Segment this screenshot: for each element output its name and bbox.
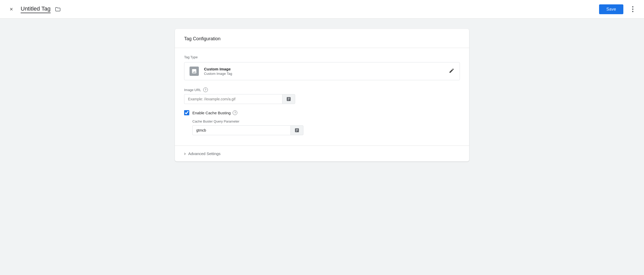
cache-buster-param-input[interactable] xyxy=(192,125,290,135)
image-url-help-icon[interactable]: ? xyxy=(203,87,208,92)
image-url-section: Image URL ? xyxy=(184,87,460,104)
page-title: Untitled Tag xyxy=(21,5,51,13)
chevron-right-icon: › xyxy=(184,151,186,156)
header: × Untitled Tag Save xyxy=(0,0,644,19)
card-body: Tag Type Custom Image Custom Image Tag xyxy=(175,48,469,145)
cache-busting-row: Enable Cache Busting ? xyxy=(184,110,460,115)
more-options-button[interactable] xyxy=(627,4,638,14)
close-button[interactable]: × xyxy=(6,4,17,14)
card-header: Tag Configuration xyxy=(175,29,469,48)
folder-icon[interactable] xyxy=(55,6,61,12)
cache-busting-label-row: Enable Cache Busting ? xyxy=(192,110,237,115)
save-button[interactable]: Save xyxy=(599,4,623,14)
tag-type-icon xyxy=(190,67,199,76)
image-url-label: Image URL xyxy=(184,88,201,92)
cache-buster-param-section: Cache Buster Query Parameter xyxy=(192,119,460,135)
advanced-settings-section: › Advanced Settings xyxy=(175,145,469,161)
cache-busting-help-icon[interactable]: ? xyxy=(233,110,237,115)
cache-buster-variable-button[interactable] xyxy=(290,125,303,135)
close-icon: × xyxy=(10,6,13,13)
three-dots-icon xyxy=(632,6,633,12)
header-left: × Untitled Tag xyxy=(6,4,61,14)
main-content: Tag Configuration Tag Type Custom I xyxy=(0,19,644,172)
advanced-settings-row[interactable]: › Advanced Settings xyxy=(184,151,460,156)
cache-busting-section: Enable Cache Busting ? Cache Buster Quer… xyxy=(184,110,460,135)
tag-type-section: Tag Type Custom Image Custom Image Tag xyxy=(184,55,460,80)
tag-type-label: Tag Type xyxy=(184,55,460,59)
cache-busting-label: Enable Cache Busting xyxy=(192,111,231,115)
advanced-settings-label: Advanced Settings xyxy=(188,151,221,156)
image-url-input[interactable] xyxy=(184,94,282,104)
card-title: Tag Configuration xyxy=(184,36,221,41)
cache-busting-checkbox[interactable] xyxy=(184,110,189,115)
image-url-variable-button[interactable] xyxy=(282,94,295,104)
tag-type-selector[interactable]: Custom Image Custom Image Tag xyxy=(184,62,460,80)
tag-type-info: Custom Image Custom Image Tag xyxy=(204,67,232,76)
tag-config-card: Tag Configuration Tag Type Custom I xyxy=(175,29,469,161)
tag-type-left: Custom Image Custom Image Tag xyxy=(190,67,232,76)
tag-type-description: Custom Image Tag xyxy=(204,72,232,76)
image-url-label-row: Image URL ? xyxy=(184,87,460,92)
image-url-input-row xyxy=(184,94,460,104)
cache-buster-param-label: Cache Buster Query Parameter xyxy=(192,119,460,123)
header-right: Save xyxy=(599,4,638,14)
edit-icon[interactable] xyxy=(449,68,454,75)
cache-buster-param-input-row xyxy=(192,125,460,135)
tag-type-name: Custom Image xyxy=(204,67,232,71)
